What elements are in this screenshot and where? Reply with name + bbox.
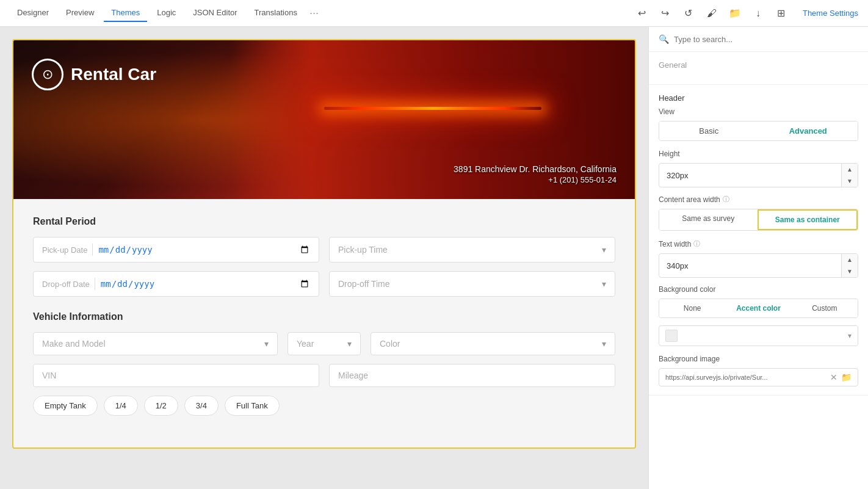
main-layout: ⊙ Rental Car 3891 Ranchview Dr. Richards…: [0, 27, 868, 489]
nav-translations[interactable]: Translations: [247, 4, 305, 22]
text-width-down-button[interactable]: ▼: [842, 266, 858, 277]
top-navigation: Designer Preview Themes Logic JSON Edito…: [0, 0, 868, 27]
logo-area: ⊙ Rental Car: [32, 59, 156, 90]
fuel-empty-button[interactable]: Empty Tank: [33, 396, 98, 416]
canvas-area: ⊙ Rental Car 3891 Ranchview Dr. Richards…: [0, 27, 648, 489]
bg-image-clear-icon[interactable]: ✕: [830, 372, 837, 382]
header-section-label: Header: [659, 93, 858, 103]
text-width-stepper: ▲ ▼: [841, 254, 858, 277]
vehicle-row1: Make and Model ▾ Year ▾ Color ▾: [33, 332, 615, 355]
bg-image-input[interactable]: https://api.surveyjs.io/private/Sur... ✕…: [659, 368, 858, 386]
panel-search-input[interactable]: [674, 35, 858, 44]
pickup-time-arrow-icon: ▾: [602, 245, 606, 255]
bg-custom-button[interactable]: Custom: [792, 299, 858, 317]
same-as-survey-button[interactable]: Same as survey: [659, 209, 758, 230]
color-label: Color: [380, 339, 400, 349]
pickup-date-input[interactable]: [98, 244, 310, 255]
height-sublabel: Height: [659, 150, 858, 158]
grid-button[interactable]: ⊞: [772, 4, 790, 23]
mileage-field[interactable]: Mileage: [329, 364, 615, 387]
header-section: Header View Basic Advanced Height ▲ ▼: [649, 85, 868, 396]
height-input[interactable]: [659, 166, 841, 185]
fuel-half-button[interactable]: 1/2: [144, 396, 178, 416]
more-nav-icon[interactable]: ···: [307, 7, 321, 20]
content-width-info-icon: ⓘ: [723, 195, 729, 204]
nav-json-editor[interactable]: JSON Editor: [186, 4, 244, 22]
year-field[interactable]: Year ▾: [288, 332, 361, 355]
field-separator: [92, 244, 93, 256]
dropoff-date-input[interactable]: [100, 278, 310, 289]
fuel-row: Empty Tank 1/4 1/2 3/4 Full Tank: [33, 396, 615, 416]
nav-designer[interactable]: Designer: [10, 4, 56, 22]
fuel-quarter-button[interactable]: 1/4: [104, 396, 138, 416]
color-picker-row[interactable]: ▾: [659, 325, 858, 346]
dropoff-row: Drop-off Date Drop-off Time ▾: [33, 271, 615, 297]
bg-accent-button[interactable]: Accent color: [725, 299, 791, 317]
survey-body: Rental Period Pick-up Date Pick-up Time …: [13, 199, 635, 447]
survey-container: ⊙ Rental Car 3891 Ranchview Dr. Richards…: [12, 39, 636, 449]
fuel-three-quarter-button[interactable]: 3/4: [184, 396, 219, 416]
color-arrow-icon: ▾: [602, 339, 606, 349]
phone-text: +1 (201) 555-01-24: [454, 175, 617, 184]
nav-preview[interactable]: Preview: [59, 4, 101, 22]
text-width-info-icon: ⓘ: [693, 239, 700, 248]
view-basic-button[interactable]: Basic: [659, 121, 759, 140]
toolbar: ↩ ↪ ↺ 🖌 📁 ↓ ⊞: [633, 4, 790, 23]
paint-button[interactable]: 🖌: [703, 4, 721, 23]
text-width-input[interactable]: [659, 256, 841, 275]
height-down-button[interactable]: ▼: [842, 175, 858, 187]
color-field[interactable]: Color ▾: [371, 332, 615, 355]
folder-button[interactable]: 📁: [726, 4, 744, 23]
year-arrow-icon: ▾: [347, 339, 352, 349]
header-image: ⊙ Rental Car 3891 Ranchview Dr. Richards…: [13, 40, 635, 199]
bg-color-sublabel: Background color: [659, 285, 858, 294]
logo-text: Rental Car: [71, 65, 156, 84]
nav-themes[interactable]: Themes: [104, 4, 147, 22]
refresh-button[interactable]: ↺: [679, 4, 698, 23]
make-model-arrow-icon: ▾: [264, 339, 269, 349]
mileage-label: Mileage: [338, 371, 368, 380]
bg-color-toggle: None Accent color Custom: [659, 299, 858, 318]
vehicle-info-title: Vehicle Information: [33, 311, 615, 322]
panel-search: 🔍: [649, 27, 868, 52]
same-as-container-button[interactable]: Same as container: [758, 209, 858, 230]
redo-button[interactable]: ↪: [656, 4, 675, 23]
pickup-date-label: Pick-up Date: [42, 245, 87, 255]
height-up-button[interactable]: ▲: [842, 164, 858, 175]
address-text: 3891 Ranchview Dr. Richardson, Californi…: [454, 164, 617, 174]
bg-none-button[interactable]: None: [659, 299, 725, 317]
vin-label: VIN: [42, 371, 56, 380]
nav-logic[interactable]: Logic: [150, 4, 183, 22]
text-width-up-button[interactable]: ▲: [842, 254, 858, 266]
make-model-field[interactable]: Make and Model ▾: [33, 332, 278, 355]
bg-image-url-text: https://api.surveyjs.io/private/Sur...: [665, 374, 826, 381]
dropoff-time-arrow-icon: ▾: [602, 279, 606, 289]
dropoff-time-label: Drop-off Time: [338, 279, 390, 289]
logo-icon: ⊙: [32, 59, 63, 90]
taillight-effect: [324, 107, 541, 110]
pickup-date-field[interactable]: Pick-up Date: [33, 237, 319, 263]
content-width-sublabel: Content area width ⓘ: [659, 195, 858, 204]
download-button[interactable]: ↓: [749, 4, 767, 23]
right-panel: 🔍 General Header View Basic Advanced Hei…: [648, 27, 868, 489]
color-picker-arrow-icon: ▾: [848, 331, 852, 340]
pickup-time-field[interactable]: Pick-up Time ▾: [329, 237, 615, 263]
view-advanced-button[interactable]: Advanced: [759, 121, 858, 140]
fuel-full-button[interactable]: Full Tank: [225, 396, 280, 416]
dropoff-time-field[interactable]: Drop-off Time ▾: [329, 271, 615, 297]
bg-image-actions: ✕ 📁: [830, 372, 852, 382]
vin-field[interactable]: VIN: [33, 364, 319, 387]
color-swatch: [665, 330, 678, 342]
dropoff-date-field[interactable]: Drop-off Date: [33, 271, 319, 297]
undo-button[interactable]: ↩: [633, 4, 651, 23]
contact-info: 3891 Ranchview Dr. Richardson, Californi…: [454, 164, 617, 184]
rental-period-title: Rental Period: [33, 216, 615, 227]
theme-settings-link[interactable]: Theme Settings: [803, 9, 858, 18]
general-label: General: [659, 60, 858, 70]
year-label: Year: [297, 339, 314, 349]
vehicle-row2: VIN Mileage: [33, 364, 615, 387]
bg-image-upload-icon[interactable]: 📁: [841, 372, 852, 382]
make-model-label: Make and Model: [42, 339, 106, 349]
search-icon: 🔍: [659, 34, 669, 44]
general-section: General: [649, 52, 868, 85]
